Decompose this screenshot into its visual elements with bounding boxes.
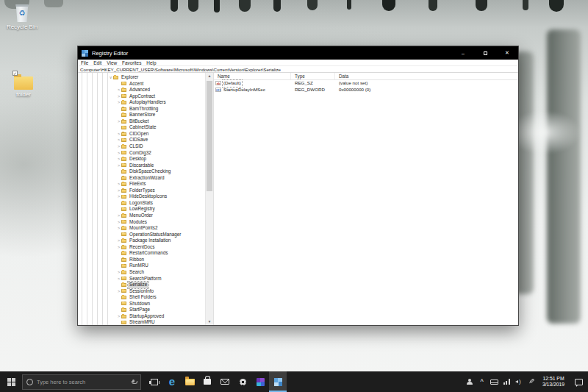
tree-item[interactable]: Shutdown <box>78 301 205 307</box>
tree-item[interactable]: >Search <box>78 269 205 276</box>
tree-item[interactable]: >FileExts <box>78 181 205 188</box>
tree-item[interactable]: OperationStatusManager <box>78 232 205 238</box>
tree-item[interactable]: >Discardable <box>78 163 205 169</box>
tree-item[interactable]: >MenuOrder <box>78 213 205 219</box>
desktop-icon-folder[interactable]: ✓ folder <box>4 76 43 98</box>
tree-item[interactable]: >CIDSave <box>78 137 205 143</box>
tray-chevron-up-button[interactable]: ^ <box>476 371 488 392</box>
chevron-down-icon[interactable]: v <box>108 74 113 81</box>
chevron-right-icon[interactable]: > <box>116 238 121 244</box>
tree-item[interactable]: >SearchPlatform <box>78 276 205 282</box>
tree-item[interactable]: StreamMRU <box>78 319 205 325</box>
taskbar-mail-button[interactable] <box>216 371 234 392</box>
tree-item[interactable]: LogonStats <box>78 200 205 207</box>
selection-checkbox[interactable]: ✓ <box>12 71 18 76</box>
taskbar-registry-editor-button[interactable] <box>269 371 287 392</box>
tree-item[interactable]: Shell Folders <box>78 294 205 301</box>
menu-item-file[interactable]: File <box>81 60 88 65</box>
tree-item[interactable]: >FolderTypes <box>78 188 205 194</box>
tree-item[interactable]: >Advanced <box>78 87 205 93</box>
taskbar-store-button[interactable] <box>198 371 216 392</box>
tree-item[interactable]: StartPage <box>78 307 205 313</box>
tree-item[interactable]: Serialize <box>78 282 205 288</box>
value-row[interactable]: 011StartupDelayInMSecREG_DWORD0x00000000… <box>214 87 518 93</box>
title-bar[interactable]: Registry Editor – ✕ <box>78 46 518 60</box>
tree-scrollbar[interactable]: ▲ ▼ <box>205 73 213 325</box>
action-center-button[interactable] <box>569 371 588 392</box>
tree-item[interactable]: BamThrottling <box>78 106 205 113</box>
close-button[interactable]: ✕ <box>496 46 518 60</box>
tree-item[interactable]: >ComDlg32 <box>78 150 205 157</box>
microphone-icon[interactable] <box>132 379 137 385</box>
maximize-button[interactable] <box>474 46 496 60</box>
tree-item[interactable]: CabinetState <box>78 124 205 131</box>
chevron-right-icon[interactable]: > <box>116 225 121 232</box>
menu-item-edit[interactable]: Edit <box>93 60 101 65</box>
tree-item[interactable]: >SessionInfo <box>78 288 205 295</box>
tray-people-button[interactable] <box>463 371 476 392</box>
tray-touch-keyboard-button[interactable] <box>488 371 501 392</box>
column-header-type[interactable]: Type <box>291 73 335 79</box>
chevron-right-icon[interactable]: > <box>116 99 121 106</box>
tree-item[interactable]: RunMRU <box>78 263 205 269</box>
scroll-down-icon[interactable]: ▼ <box>206 318 213 325</box>
scroll-up-icon[interactable]: ▲ <box>206 73 213 79</box>
tree-item[interactable]: >AutoplayHandlers <box>78 99 205 106</box>
tree-item[interactable]: >AppContract <box>78 93 205 100</box>
chevron-right-icon[interactable]: > <box>116 313 121 320</box>
column-header-data[interactable]: Data <box>335 73 518 79</box>
taskbar-clock[interactable]: 12:51 PM 3/13/2019 <box>538 376 569 388</box>
menu-item-view[interactable]: View <box>107 60 117 65</box>
chevron-right-icon[interactable]: > <box>116 188 121 194</box>
menu-item-help[interactable]: Help <box>146 60 156 65</box>
tree-item[interactable]: >MountPoints2 <box>78 225 205 232</box>
tree-item[interactable]: LowRegistry <box>78 206 205 213</box>
chevron-right-icon[interactable]: > <box>116 219 121 226</box>
tree-item[interactable]: vExplorer <box>78 74 205 81</box>
tree-item[interactable]: >HideDesktopIcons <box>78 193 205 200</box>
taskbar-office-button[interactable] <box>251 371 269 392</box>
desktop-icon-recycle-bin[interactable]: ♻ Recycle Bin <box>3 4 41 30</box>
chevron-right-icon[interactable]: > <box>116 193 121 200</box>
minimize-button[interactable]: – <box>452 46 474 60</box>
tree-item[interactable]: >BitBucket <box>78 118 205 125</box>
tree-item[interactable]: >Package Installation <box>78 238 205 244</box>
chevron-right-icon[interactable]: > <box>116 288 121 295</box>
chevron-right-icon[interactable]: > <box>116 244 121 251</box>
chevron-right-icon[interactable]: > <box>116 276 121 282</box>
taskbar-task-view-button[interactable] <box>146 371 163 392</box>
chevron-right-icon[interactable]: > <box>116 163 121 169</box>
menu-item-favorites[interactable]: Favorites <box>122 60 141 65</box>
chevron-right-icon[interactable]: > <box>116 137 121 143</box>
tree-item[interactable]: Ribbon <box>78 257 205 263</box>
taskbar-settings-button[interactable] <box>234 371 251 392</box>
scrollbar-thumb[interactable] <box>207 81 212 191</box>
chevron-right-icon[interactable]: > <box>116 87 121 93</box>
tree-item[interactable]: >Desktop <box>78 156 205 163</box>
tree-item[interactable]: >CIDOpen <box>78 131 205 138</box>
tray-volume-button[interactable] <box>513 371 526 392</box>
chevron-right-icon[interactable]: > <box>116 213 121 219</box>
chevron-right-icon[interactable]: > <box>116 156 121 163</box>
tree-item[interactable]: RestartCommands <box>78 250 205 257</box>
chevron-right-icon[interactable]: > <box>116 181 121 188</box>
chevron-right-icon[interactable]: > <box>116 93 121 100</box>
chevron-right-icon[interactable]: > <box>116 150 121 157</box>
tree-item[interactable]: >Modules <box>78 219 205 226</box>
tray-pen-button[interactable]: ✎ <box>526 371 538 392</box>
value-row[interactable]: ab(Default)REG_SZ(value not set) <box>214 80 518 87</box>
tray-network-button[interactable] <box>501 371 513 392</box>
tree-item[interactable]: DiskSpaceChecking <box>78 168 205 175</box>
tree-item[interactable]: Accent <box>78 81 205 88</box>
tree-item[interactable]: >RecentDocs <box>78 244 205 251</box>
taskbar-search[interactable]: Type here to search <box>22 374 141 390</box>
chevron-right-icon[interactable]: > <box>116 118 121 125</box>
tree-item[interactable]: >CLSID <box>78 143 205 150</box>
start-button[interactable] <box>0 371 22 392</box>
tree-item[interactable]: BannerStore <box>78 112 205 118</box>
taskbar-edge-button[interactable]: e <box>163 371 181 392</box>
chevron-right-icon[interactable]: > <box>116 131 121 138</box>
chevron-right-icon[interactable]: > <box>116 269 121 276</box>
column-header-name[interactable]: Name <box>214 73 291 79</box>
address-bar[interactable]: Computer\HKEY_CURRENT_USER\Software\Micr… <box>78 66 518 73</box>
